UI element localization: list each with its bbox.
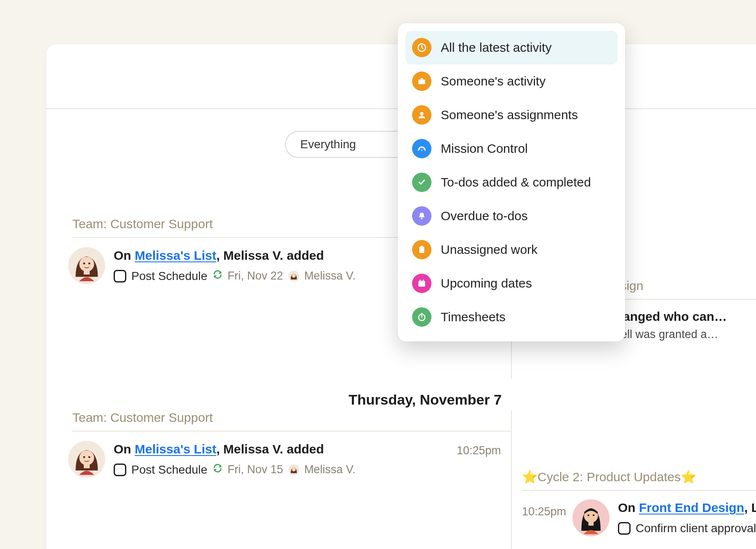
todo-row[interactable]: Post Schedule Fri, Nov 22 Melissa V.: [114, 269, 356, 283]
entry-suffix: , Melissa V. added: [216, 442, 324, 456]
section-link[interactable]: Team: Customer Support: [72, 217, 213, 231]
svg-point-10: [83, 456, 85, 458]
svg-point-1: [79, 257, 94, 272]
todo-row[interactable]: Confirm client approval: [618, 522, 756, 535]
todo-row[interactable]: Post Schedule Fri, Nov 15 Melissa V.: [114, 463, 356, 477]
svg-point-27: [421, 218, 423, 219]
entry-title: On Melissa's List, Melissa V. added: [114, 441, 356, 458]
list-link[interactable]: Melissa's List: [135, 248, 216, 262]
list-link[interactable]: Melissa's List: [135, 442, 216, 456]
svg-rect-9: [84, 463, 90, 468]
entry-title: On Melissa's List, Melissa V. added: [114, 247, 356, 264]
avatar-illustration: [68, 247, 105, 284]
check-icon: [412, 173, 431, 192]
clipboard-icon: [412, 240, 431, 259]
mini-avatar: [288, 271, 299, 282]
menu-label: Someone's assignments: [441, 108, 578, 122]
svg-point-4: [88, 263, 90, 264]
task-name[interactable]: Confirm client approval: [636, 522, 756, 535]
menu-item-upcoming-dates[interactable]: Upcoming dates: [405, 267, 618, 300]
recurring-icon: [213, 463, 223, 476]
svg-point-11: [88, 456, 90, 458]
due-date: Fri, Nov 22: [228, 269, 283, 282]
svg-point-22: [420, 112, 423, 115]
section-header-cycle2[interactable]: ⭐Cycle 2: Product Updates⭐: [522, 469, 756, 490]
menu-label: All the latest activity: [441, 40, 551, 55]
entry-prefix: On: [114, 442, 135, 456]
avatar[interactable]: [68, 247, 105, 284]
svg-rect-29: [421, 246, 423, 248]
entry-prefix: On: [618, 501, 639, 514]
menu-label: To-dos added & completed: [441, 175, 591, 189]
activity-report-menu[interactable]: All the latest activity Someone's activi…: [398, 23, 625, 341]
svg-point-26: [421, 149, 422, 151]
entry-suffix: , Li…: [744, 501, 756, 514]
gauge-icon: [412, 139, 431, 158]
avatar[interactable]: [68, 441, 105, 478]
assignee[interactable]: Melissa V.: [304, 463, 356, 476]
menu-item-mission-control[interactable]: Mission Control: [405, 132, 618, 165]
mini-avatar: [288, 464, 299, 475]
svg-rect-33: [423, 280, 424, 282]
list-link[interactable]: Front End Design: [639, 501, 744, 514]
svg-point-8: [79, 450, 94, 465]
section-divider: [522, 490, 756, 491]
svg-point-25: [423, 149, 425, 150]
section-header-customer-support[interactable]: Team: Customer Support: [46, 410, 511, 431]
person-icon: [412, 105, 431, 125]
svg-rect-28: [419, 247, 424, 253]
assignee[interactable]: Melissa V.: [304, 269, 356, 282]
menu-item-someones-assignments[interactable]: Someone's assignments: [405, 98, 618, 132]
svg-point-18: [593, 514, 594, 516]
menu-label: Upcoming dates: [441, 276, 532, 290]
section-link[interactable]: ⭐Cycle 2: Product Updates⭐: [522, 470, 696, 484]
svg-point-13: [292, 467, 295, 471]
entry-suffix: , Melissa V. added: [216, 248, 324, 262]
checkbox[interactable]: [114, 270, 126, 282]
time-label: 10:25pm: [522, 505, 566, 518]
avatar-illustration: [68, 441, 105, 478]
checkbox[interactable]: [114, 464, 126, 476]
avatar[interactable]: [572, 499, 610, 536]
bell-icon: [412, 206, 431, 226]
entry-prefix: On: [114, 248, 135, 262]
svg-point-24: [421, 147, 423, 149]
menu-item-todos-added-completed[interactable]: To-dos added & completed: [405, 165, 618, 199]
menu-label: Mission Control: [441, 141, 528, 156]
svg-rect-2: [84, 269, 90, 274]
briefcase-icon: [412, 72, 431, 91]
calendar-icon: [412, 274, 431, 293]
entry-title: On Front End Design, Li…: [618, 499, 756, 517]
menu-label: Overdue to-dos: [441, 209, 528, 223]
clock-icon: [412, 38, 431, 57]
svg-rect-16: [588, 521, 594, 525]
task-name[interactable]: Post Schedule: [131, 463, 208, 477]
svg-rect-21: [421, 78, 423, 80]
menu-item-all-activity[interactable]: All the latest activity: [405, 31, 618, 64]
activity-entry: On Melissa's List, Melissa V. added Post…: [46, 432, 511, 478]
section-link[interactable]: Team: Customer Support: [72, 410, 213, 424]
due-date: Fri, Nov 15: [228, 463, 283, 476]
timeline-vertical-divider-2: [511, 410, 512, 549]
time-label: 10:25pm: [457, 444, 501, 457]
menu-item-unassigned-work[interactable]: Unassigned work: [405, 233, 618, 267]
avatar-illustration: [572, 499, 610, 536]
menu-item-timesheets[interactable]: Timesheets: [405, 300, 618, 334]
svg-point-23: [419, 149, 421, 150]
svg-rect-35: [421, 313, 423, 314]
svg-rect-32: [420, 280, 421, 282]
menu-item-someones-activity[interactable]: Someone's activity: [405, 64, 618, 98]
checkbox[interactable]: [618, 522, 631, 535]
section-divider: [72, 431, 511, 432]
svg-rect-20: [418, 80, 425, 84]
stopwatch-icon: [412, 307, 431, 327]
task-name[interactable]: Post Schedule: [131, 269, 208, 283]
svg-point-3: [83, 263, 85, 264]
menu-label: Unassigned work: [441, 243, 538, 257]
menu-label: Timesheets: [441, 310, 506, 324]
recurring-icon: [213, 269, 223, 282]
svg-point-6: [292, 274, 295, 277]
date-heading: Thursday, November 7: [46, 392, 756, 408]
menu-label: Someone's activity: [441, 74, 546, 88]
menu-item-overdue-todos[interactable]: Overdue to-dos: [405, 199, 618, 233]
